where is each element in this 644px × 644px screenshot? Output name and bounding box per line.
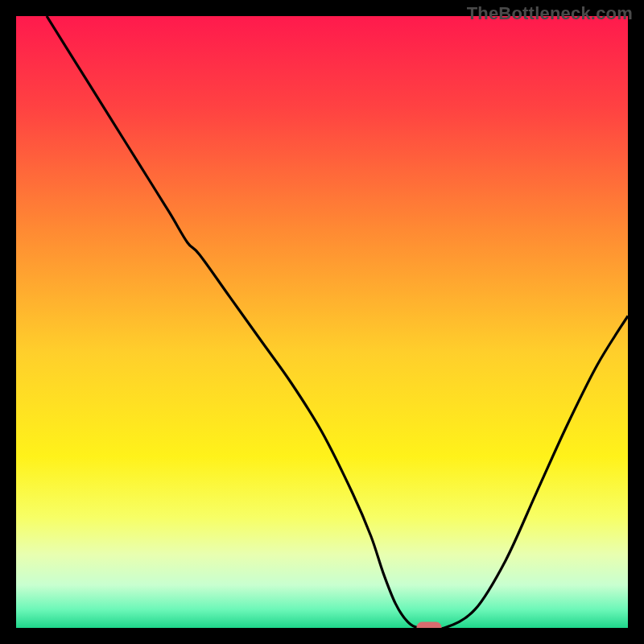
plot-background bbox=[16, 16, 628, 628]
bottleneck-plot bbox=[16, 16, 628, 628]
optimal-marker bbox=[417, 622, 441, 628]
watermark-text: TheBottleneck.com bbox=[467, 3, 633, 24]
plot-svg bbox=[16, 16, 628, 628]
chart-frame: TheBottleneck.com bbox=[0, 0, 644, 644]
